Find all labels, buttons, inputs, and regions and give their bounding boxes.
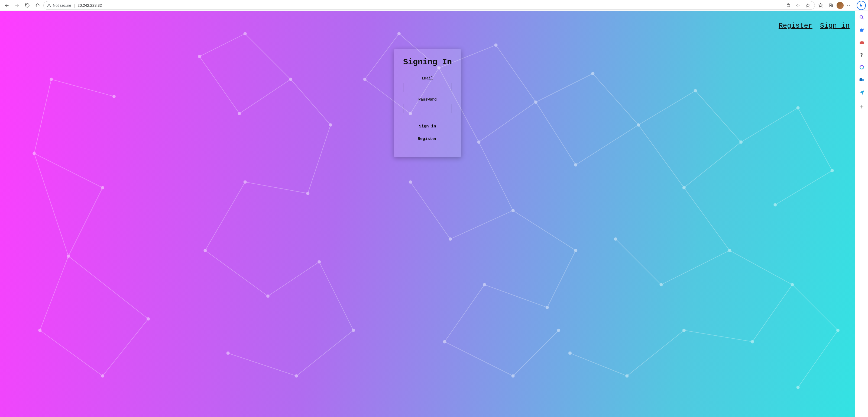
forward-button[interactable] [12,1,22,10]
svg-line-34 [297,330,353,376]
svg-line-41 [496,45,535,102]
read-aloud-icon[interactable] [795,2,802,9]
svg-point-106 [449,238,452,240]
svg-line-47 [536,102,576,165]
svg-line-46 [576,125,638,165]
signin-button[interactable]: Sign in [414,122,441,131]
svg-point-91 [318,260,321,263]
shopping-icon[interactable] [785,2,792,9]
svg-point-115 [740,141,743,144]
address-bar[interactable]: Not secure | 20.242.223.32 [43,1,815,10]
svg-point-110 [483,283,486,286]
password-group: Password [400,97,455,113]
svg-line-29 [245,182,308,193]
svg-point-76 [67,255,70,258]
top-nav: Register Sign in [779,22,849,30]
svg-point-119 [774,203,777,206]
svg-line-24 [245,34,291,79]
svg-point-77 [50,78,53,81]
svg-point-84 [289,78,292,81]
svg-marker-4 [819,3,823,7]
favorites-button[interactable] [816,1,825,10]
svg-point-127 [569,352,571,355]
svg-point-120 [728,249,731,252]
svg-line-60 [638,125,684,188]
svg-point-79 [38,329,41,332]
svg-point-87 [306,192,309,195]
sidebar-add-icon[interactable] [859,103,865,110]
svg-point-109 [546,306,549,309]
warning-icon [47,3,51,8]
svg-point-122 [614,238,617,240]
svg-line-32 [268,262,319,296]
svg-point-88 [244,181,247,184]
svg-line-69 [684,330,752,341]
sidebar-send-icon[interactable] [859,89,865,95]
svg-point-95 [398,32,401,35]
collections-button[interactable] [826,1,836,10]
svg-line-15 [68,188,102,256]
svg-line-62 [798,108,832,171]
svg-line-65 [661,250,730,285]
svg-point-108 [574,249,577,252]
svg-line-58 [695,91,741,142]
svg-point-74 [33,152,36,155]
svg-line-19 [40,256,68,330]
svg-line-49 [450,210,513,239]
edge-sidebar [855,11,868,417]
sidebar-games-icon[interactable] [859,52,865,58]
svg-line-68 [752,285,792,341]
bing-chat-button[interactable] [857,1,866,10]
svg-line-52 [547,250,576,307]
profile-avatar[interactable] [837,2,844,9]
add-favorite-icon[interactable] [804,2,811,9]
password-input[interactable] [403,104,452,113]
browser-toolbar: Not secure | 20.242.223.32 ⋯ [0,0,868,11]
svg-line-66 [616,239,661,285]
sidebar-office-icon[interactable] [859,64,865,70]
svg-point-114 [694,89,697,92]
svg-point-113 [557,329,560,332]
page-viewport: Register Sign in Signing In Email Passwo… [0,11,855,417]
sidebar-outlook-icon[interactable] [859,77,865,83]
svg-point-112 [512,375,515,378]
svg-line-33 [319,262,353,330]
svg-point-111 [443,340,446,343]
svg-point-102 [591,72,594,75]
more-button[interactable]: ⋯ [845,1,854,10]
email-input[interactable] [403,83,452,92]
password-label: Password [400,97,455,102]
refresh-button[interactable] [23,1,32,10]
svg-point-103 [637,124,640,127]
svg-point-82 [198,55,201,58]
svg-line-54 [444,285,485,341]
svg-point-121 [660,283,663,286]
svg-line-72 [793,285,838,330]
security-indicator[interactable]: Not secure [47,3,71,8]
svg-line-59 [684,142,741,188]
nav-signin-link[interactable]: Sign in [820,22,849,30]
svg-point-75 [101,186,104,189]
svg-rect-11 [859,78,862,81]
home-button[interactable] [33,1,42,10]
svg-line-28 [308,125,331,193]
svg-line-63 [775,171,832,205]
svg-point-100 [534,100,537,103]
sidebar-tools-icon[interactable] [859,39,865,46]
svg-line-27 [291,79,331,125]
svg-point-6 [860,16,863,18]
svg-line-16 [34,153,68,256]
svg-point-94 [226,352,229,355]
card-register-link[interactable]: Register [400,137,455,141]
sidebar-shopping-icon[interactable] [859,27,865,33]
svg-line-53 [485,285,547,307]
svg-point-81 [147,318,150,321]
nav-register-link[interactable]: Register [779,22,812,30]
email-label: Email [400,76,455,81]
svg-point-78 [113,95,116,98]
back-button[interactable] [2,1,11,10]
sidebar-search-icon[interactable] [859,14,865,21]
svg-point-107 [409,181,412,184]
svg-marker-3 [806,3,809,7]
svg-point-125 [683,329,686,332]
